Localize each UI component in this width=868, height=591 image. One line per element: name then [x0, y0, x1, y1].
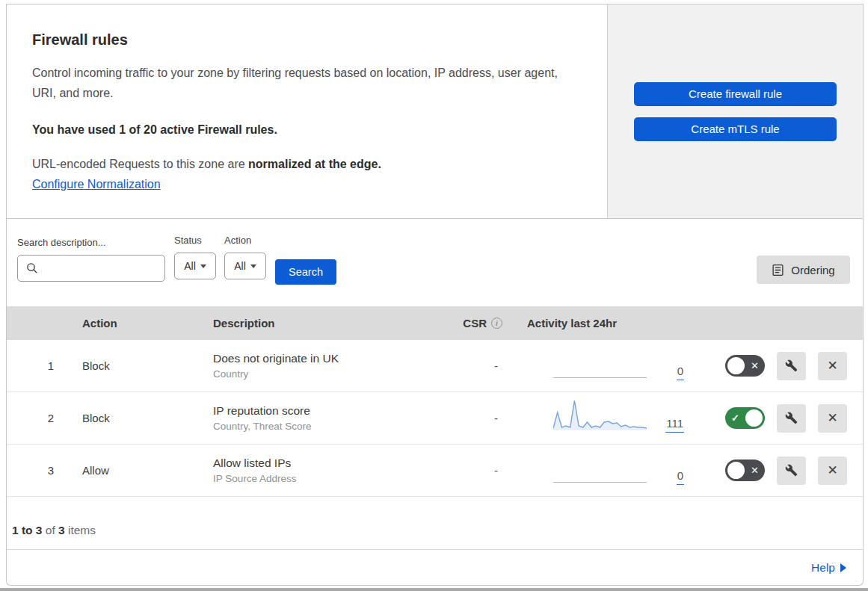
rule-description[interactable]: Allow listed IPs [213, 457, 456, 470]
search-label: Search description... [17, 237, 165, 248]
rule-csr-value: - [456, 359, 508, 372]
rule-action: Block [67, 412, 213, 424]
action-label: Action [224, 235, 266, 246]
pagination-summary: 1 to 3 of 3 items [7, 497, 863, 549]
items-total: 3 [58, 524, 68, 536]
status-label: Status [174, 235, 216, 246]
header-description: Description [213, 317, 456, 329]
header-action: Action [67, 317, 213, 329]
close-icon: ✕ [827, 410, 837, 426]
toggle-knob-icon [745, 409, 763, 427]
rule-activity-cell: 0 [508, 449, 692, 492]
create-firewall-rule-button[interactable]: Create firewall rule [634, 82, 837, 106]
status-filter-group: Status All [174, 235, 216, 279]
search-group: Search description... [17, 237, 165, 282]
action-filter-group: Action All [224, 235, 266, 279]
rule-priority: 3 [7, 464, 67, 477]
close-icon: ✕ [827, 358, 837, 374]
page-title: Firewall rules [32, 31, 577, 49]
rules-list-card: Search description... Status All Action [6, 219, 864, 586]
of-text: of [46, 524, 58, 536]
ordering-button-label: Ordering [791, 264, 834, 276]
activity-count-link[interactable]: 0 [677, 469, 684, 485]
help-link[interactable]: Help [811, 561, 846, 575]
usage-summary: You have used 1 of 20 active Firewall ru… [32, 123, 577, 137]
table-row: 1 Block Does not originate in UK Country… [7, 340, 863, 392]
toggle-knob-icon [727, 357, 745, 374]
search-button[interactable]: Search [275, 259, 336, 285]
edit-rule-button[interactable] [777, 352, 806, 380]
edit-rule-button[interactable] [777, 457, 806, 485]
list-document-icon [772, 264, 784, 276]
rule-action: Allow [67, 464, 213, 477]
search-icon [26, 262, 38, 274]
activity-sparkline [553, 397, 647, 430]
chevron-down-icon [250, 264, 256, 268]
items-range: 1 to 3 [12, 524, 46, 536]
rule-activity-cell: 111 [508, 397, 692, 439]
rule-description[interactable]: Does not originate in UK [213, 352, 456, 365]
enable-toggle[interactable] [725, 407, 765, 429]
toggle-knob-icon [727, 462, 745, 479]
help-link-label: Help [811, 561, 835, 575]
action-dropdown-value: All [234, 260, 246, 272]
rule-description-cell: IP reputation score Country, Threat Scor… [213, 404, 456, 432]
create-mtls-rule-button[interactable]: Create mTLS rule [634, 117, 837, 141]
close-icon: ✕ [827, 462, 837, 478]
delete-rule-button[interactable]: ✕ [818, 457, 847, 485]
rule-description[interactable]: IP reputation score [213, 404, 456, 418]
activity-sparkline [553, 344, 647, 378]
configure-normalization-link[interactable]: Configure Normalization [32, 178, 161, 191]
header-activity: Activity last 24hr [508, 317, 692, 329]
rule-activity-cell: 0 [508, 344, 692, 387]
wrench-icon [785, 412, 798, 424]
rule-fields: Country [213, 368, 456, 380]
page-description: Control incoming traffic to your zone by… [32, 64, 574, 104]
info-icon[interactable] [491, 318, 502, 329]
activity-sparkline [553, 449, 647, 483]
delete-rule-button[interactable]: ✕ [818, 352, 847, 380]
table-row: 2 Block IP reputation score Country, Thr… [7, 392, 863, 445]
edit-rule-button[interactable] [777, 404, 806, 433]
action-dropdown[interactable]: All [224, 253, 266, 279]
rule-priority: 2 [7, 412, 67, 424]
enable-toggle[interactable] [725, 460, 765, 481]
table-row: 3 Allow Allow listed IPs IP Source Addre… [7, 445, 863, 497]
rule-description-cell: Allow listed IPs IP Source Address [213, 457, 456, 484]
wrench-icon [785, 359, 798, 372]
rule-action: Block [67, 359, 213, 372]
enable-toggle[interactable] [725, 355, 765, 377]
table-header: Action Description CSR Activity last 24h… [7, 306, 863, 340]
status-dropdown-value: All [184, 260, 196, 272]
rule-priority: 1 [7, 359, 67, 372]
search-box [17, 255, 165, 282]
status-dropdown[interactable]: All [174, 253, 216, 279]
firewall-overview-card: Firewall rules Control incoming traffic … [6, 4, 864, 219]
arrow-right-icon [840, 563, 846, 572]
normalization-prefix: URL-encoded Requests to this zone are [32, 158, 248, 170]
rule-controls: ✕ [692, 404, 863, 433]
activity-count-link[interactable]: 0 [677, 365, 684, 380]
search-input[interactable] [44, 262, 182, 275]
items-text: items [68, 524, 96, 536]
overview-text-panel: Firewall rules Control incoming traffic … [7, 4, 607, 218]
rule-fields: IP Source Address [213, 473, 456, 484]
ordering-button[interactable]: Ordering [757, 256, 850, 284]
wrench-icon [785, 464, 798, 477]
filter-bar: Search description... Status All Action [7, 219, 863, 306]
chevron-down-icon [200, 264, 206, 268]
rule-csr-value: - [456, 412, 508, 424]
rule-fields: Country, Threat Score [213, 421, 456, 432]
activity-count-link[interactable]: 111 [665, 417, 684, 433]
header-csr: CSR [456, 317, 508, 329]
delete-rule-button[interactable]: ✕ [818, 404, 847, 433]
page-bottom-edge [0, 588, 868, 591]
rule-controls: ✕ [692, 457, 863, 485]
actions-panel: Create firewall rule Create mTLS rule [607, 4, 863, 218]
normalization-note: URL-encoded Requests to this zone are no… [32, 158, 577, 171]
rule-csr-value: - [456, 464, 508, 477]
rule-controls: ✕ [692, 352, 863, 380]
header-csr-label: CSR [463, 317, 487, 329]
rule-description-cell: Does not originate in UK Country [213, 352, 456, 380]
help-bar: Help [7, 549, 863, 585]
